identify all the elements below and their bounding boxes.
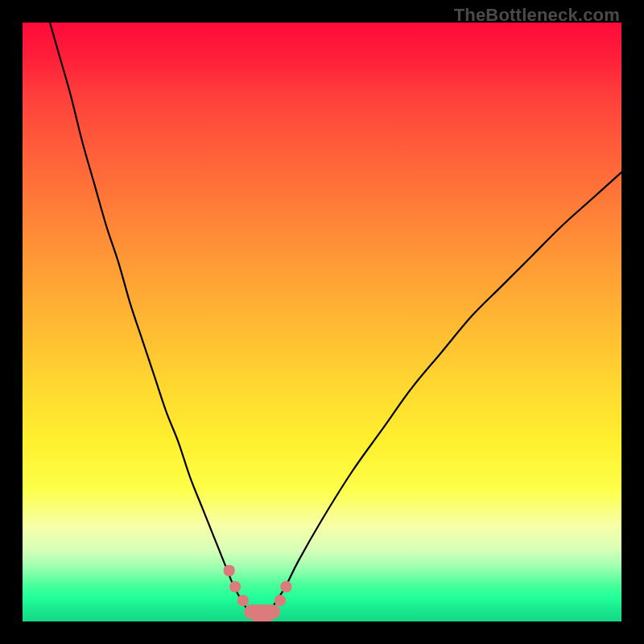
marker-point (266, 605, 279, 618)
watermark-text: TheBottleneck.com (454, 5, 620, 26)
highlighted-points (224, 565, 292, 621)
marker-point (280, 581, 291, 592)
marker-point (237, 595, 249, 606)
chart-frame: TheBottleneck.com (0, 0, 644, 644)
marker-point (229, 581, 241, 592)
marker-layer (23, 23, 621, 621)
marker-point (224, 565, 235, 576)
marker-point (275, 595, 286, 606)
plot-area (23, 23, 621, 621)
